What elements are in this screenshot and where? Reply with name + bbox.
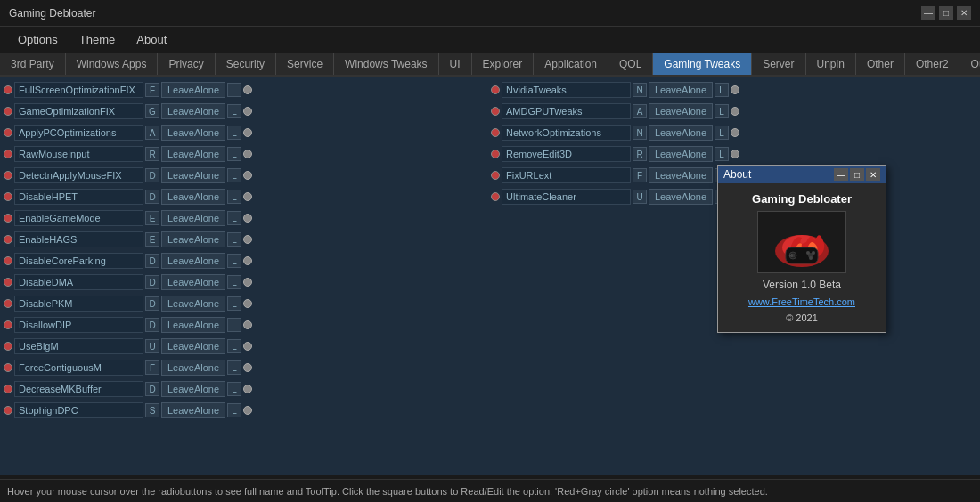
leave-alone-button[interactable]: LeaveAlone xyxy=(649,167,713,183)
tab-security[interactable]: Security xyxy=(216,53,276,75)
edit-button[interactable]: A xyxy=(145,126,159,140)
action-letter-button[interactable]: L xyxy=(715,126,729,140)
edit-button[interactable]: R xyxy=(633,147,647,161)
maximize-button[interactable]: □ xyxy=(939,6,953,20)
edit-button[interactable]: D xyxy=(145,275,159,289)
status-bar: Hover your mouse cursor over the radiobu… xyxy=(0,479,980,502)
tab-qol[interactable]: QOL xyxy=(608,53,653,75)
tab-unpin[interactable]: Unpin xyxy=(806,53,856,75)
action-letter-button[interactable]: L xyxy=(227,83,241,97)
tab-gaming-tweaks[interactable]: Gaming Tweaks xyxy=(653,53,752,75)
tab-windows-tweaks[interactable]: Windows Tweaks xyxy=(334,53,438,75)
leave-alone-button[interactable]: LeaveAlone xyxy=(649,125,713,141)
edit-button[interactable]: D xyxy=(145,296,159,311)
close-button[interactable]: ✕ xyxy=(957,6,971,20)
action-letter-button[interactable]: L xyxy=(227,360,241,375)
leave-alone-button[interactable]: LeaveAlone xyxy=(649,103,713,119)
menu-item-options[interactable]: Options xyxy=(7,29,69,50)
leave-alone-button[interactable]: LeaveAlone xyxy=(161,82,225,98)
edit-button[interactable]: D xyxy=(145,168,159,182)
leave-alone-button[interactable]: LeaveAlone xyxy=(649,189,713,205)
item-name: RemoveEdit3D xyxy=(502,146,631,162)
edit-button[interactable]: D xyxy=(145,318,159,332)
edit-button[interactable]: F xyxy=(145,360,159,375)
about-minimize-button[interactable]: — xyxy=(834,168,848,181)
item-name: NvidiaTweaks xyxy=(502,82,631,98)
edit-button[interactable]: U xyxy=(145,339,159,353)
action-letter-button[interactable]: L xyxy=(715,104,729,118)
edit-button[interactable]: D xyxy=(145,254,159,268)
action-letter-button[interactable]: L xyxy=(227,168,241,182)
edit-button[interactable]: U xyxy=(633,190,647,204)
about-close-button[interactable]: ✕ xyxy=(866,168,880,181)
menu-item-theme[interactable]: Theme xyxy=(69,29,126,50)
indicator-dot xyxy=(4,171,12,180)
action-letter-button[interactable]: L xyxy=(227,382,241,396)
menu-item-about[interactable]: About xyxy=(126,29,177,50)
leave-alone-button[interactable]: LeaveAlone xyxy=(161,338,225,354)
tab-explorer[interactable]: Explorer xyxy=(472,53,535,75)
tab-service[interactable]: Service xyxy=(276,53,334,75)
action-letter-button[interactable]: L xyxy=(227,232,241,247)
leave-alone-button[interactable]: LeaveAlone xyxy=(161,381,225,397)
edit-button[interactable]: E xyxy=(145,232,159,247)
leave-alone-button[interactable]: LeaveAlone xyxy=(161,146,225,162)
leave-alone-button[interactable]: LeaveAlone xyxy=(161,253,225,269)
action-letter-button[interactable]: L xyxy=(227,296,241,311)
tab-windows-apps[interactable]: Windows Apps xyxy=(66,53,159,75)
about-year: © 2021 xyxy=(786,312,818,323)
tab-application[interactable]: Application xyxy=(534,53,608,75)
action-letter-button[interactable]: L xyxy=(715,83,729,97)
about-body: Gaming Debloater xyxy=(718,183,886,332)
about-website-link[interactable]: www.FreeTimeTech.com xyxy=(748,296,855,307)
leave-alone-button[interactable]: LeaveAlone xyxy=(161,317,225,333)
leave-alone-button[interactable]: LeaveAlone xyxy=(649,82,713,98)
tab-other2[interactable]: Other2 xyxy=(905,53,960,75)
edit-button[interactable]: A xyxy=(633,104,647,118)
action-letter-button[interactable]: L xyxy=(715,147,729,161)
edit-button[interactable]: G xyxy=(145,104,159,118)
leave-alone-button[interactable]: LeaveAlone xyxy=(161,103,225,119)
action-letter-button[interactable]: L xyxy=(227,147,241,161)
action-letter-button[interactable]: L xyxy=(227,190,241,204)
edit-button[interactable]: E xyxy=(145,211,159,225)
list-item: FullScreenOptimizationFIX F LeaveAlone L xyxy=(4,80,489,100)
edit-button[interactable]: S xyxy=(145,403,159,417)
minimize-button[interactable]: — xyxy=(921,6,935,20)
edit-button[interactable]: N xyxy=(633,83,647,97)
action-letter-button[interactable]: L xyxy=(227,104,241,118)
leave-alone-button[interactable]: LeaveAlone xyxy=(649,146,713,162)
list-item: ForceContiguousM F LeaveAlone L xyxy=(4,358,489,377)
leave-alone-button[interactable]: LeaveAlone xyxy=(161,210,225,226)
leave-alone-button[interactable]: LeaveAlone xyxy=(161,231,225,247)
edit-button[interactable]: D xyxy=(145,382,159,396)
leave-alone-button[interactable]: LeaveAlone xyxy=(161,189,225,205)
edit-button[interactable]: R xyxy=(145,147,159,161)
leave-alone-button[interactable]: LeaveAlone xyxy=(161,296,225,312)
leave-alone-button[interactable]: LeaveAlone xyxy=(161,167,225,183)
action-letter-button[interactable]: L xyxy=(227,211,241,225)
about-maximize-button[interactable]: □ xyxy=(850,168,864,181)
action-letter-button[interactable]: L xyxy=(227,403,241,417)
leave-alone-button[interactable]: LeaveAlone xyxy=(161,402,225,418)
title-bar-controls: — □ ✕ xyxy=(921,6,971,20)
tab-server[interactable]: Server xyxy=(752,53,805,75)
action-letter-button[interactable]: L xyxy=(227,275,241,289)
action-letter-button[interactable]: L xyxy=(227,254,241,268)
tab-other[interactable]: Other xyxy=(856,53,905,75)
action-letter-button[interactable]: L xyxy=(227,126,241,140)
action-letter-button[interactable]: L xyxy=(227,318,241,332)
edit-button[interactable]: N xyxy=(633,126,647,140)
tab-ui[interactable]: UI xyxy=(439,53,472,75)
leave-alone-button[interactable]: LeaveAlone xyxy=(161,125,225,141)
tab-privacy[interactable]: Privacy xyxy=(158,53,215,75)
edit-button[interactable]: F xyxy=(145,83,159,97)
action-letter-button[interactable]: L xyxy=(227,339,241,353)
tab-3rd-party[interactable]: 3rd Party xyxy=(0,53,66,75)
indicator-dot xyxy=(4,214,12,223)
edit-button[interactable]: D xyxy=(145,190,159,204)
tab-output[interactable]: Output xyxy=(960,53,980,75)
leave-alone-button[interactable]: LeaveAlone xyxy=(161,360,225,376)
leave-alone-button[interactable]: LeaveAlone xyxy=(161,274,225,290)
edit-button[interactable]: F xyxy=(633,168,647,182)
